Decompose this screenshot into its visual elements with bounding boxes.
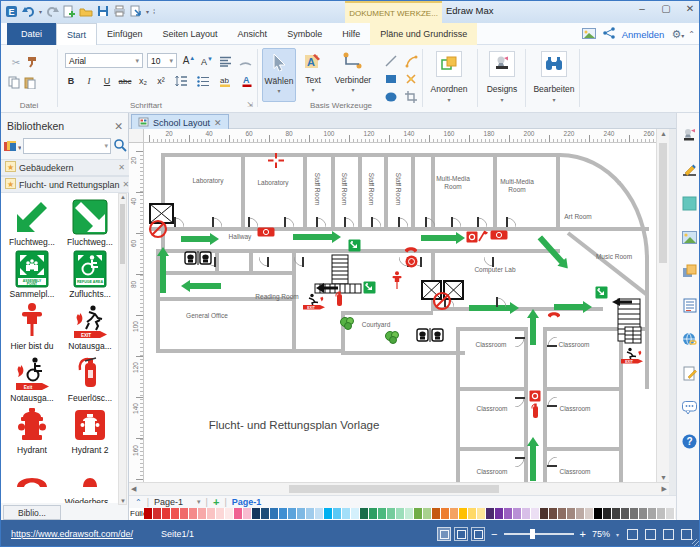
palette-swatch[interactable] xyxy=(558,508,566,519)
tab-pl-ne-und-grundrisse[interactable]: Pläne und Grundrisse xyxy=(370,23,477,45)
room-label[interactable]: Classroom xyxy=(559,468,590,476)
palette-swatch[interactable] xyxy=(495,508,503,519)
room-label[interactable]: Staff Room xyxy=(313,173,321,205)
emergency-exit-sign-icon[interactable] xyxy=(595,286,608,301)
emergency-exit-icon[interactable]: EXIT xyxy=(620,347,644,366)
fit-page-icon[interactable] xyxy=(625,527,639,541)
wall[interactable] xyxy=(358,153,362,229)
insert-picture-icon[interactable] xyxy=(582,28,596,41)
wall[interactable] xyxy=(456,447,528,451)
crop-icon[interactable] xyxy=(403,89,418,104)
wall[interactable] xyxy=(384,153,388,229)
schriftart-dialog-launcher[interactable]: ⇲ xyxy=(247,101,253,109)
palette-swatch[interactable] xyxy=(423,508,431,519)
room-label[interactable]: General Office xyxy=(186,312,228,320)
wall[interactable] xyxy=(292,349,345,353)
font-size-combo[interactable]: 10▾ xyxy=(147,53,177,68)
section-fluchtplan[interactable]: ★ Flucht- und Rettungsplan ✕ xyxy=(1,176,129,193)
collapse-pagebar-icon[interactable]: ⌃ xyxy=(135,498,142,507)
fill-swatch-icon[interactable] xyxy=(681,195,698,212)
room-label[interactable]: Music Room xyxy=(596,253,632,261)
palette-swatch[interactable] xyxy=(270,508,278,519)
escape-route-arrow[interactable] xyxy=(421,232,465,246)
wall[interactable] xyxy=(411,153,415,229)
palette-swatch[interactable] xyxy=(666,508,674,519)
palette-swatch[interactable] xyxy=(657,508,665,519)
library-symbol-sammelplatz[interactable]: ASSEMBLYPOINTSammelpl... xyxy=(3,249,61,299)
room-label[interactable]: Classroom xyxy=(558,341,589,349)
library-search-input[interactable]: ▾ xyxy=(23,138,111,154)
collapse-ribbon-icon[interactable]: ⌃ xyxy=(688,29,695,39)
library-symbol-wiederherstellung[interactable]: Wiederhers... xyxy=(61,457,119,503)
room-label[interactable]: Multi-Media Room xyxy=(494,178,540,194)
palette-swatch[interactable] xyxy=(414,508,422,519)
crosshair-icon[interactable] xyxy=(268,153,284,170)
room-label[interactable]: Multi-Media Room xyxy=(430,175,476,191)
room-label[interactable]: Classroom xyxy=(475,341,506,349)
wall[interactable] xyxy=(456,327,524,331)
page-tab[interactable]: Page-1 xyxy=(232,497,262,507)
palette-swatch[interactable] xyxy=(567,508,575,519)
palette-swatch[interactable] xyxy=(648,508,656,519)
tab-datei[interactable]: Datei xyxy=(7,23,56,45)
palette-swatch[interactable] xyxy=(459,508,467,519)
wall[interactable] xyxy=(303,153,307,229)
palette-swatch[interactable] xyxy=(369,508,377,519)
palette-swatch[interactable] xyxy=(261,508,269,519)
room-label[interactable]: Hallway xyxy=(229,233,252,241)
emergency-phone-icon[interactable] xyxy=(547,308,561,320)
palette-swatch[interactable] xyxy=(432,508,440,519)
horizontal-scrollbar[interactable]: ◀ ▶ xyxy=(129,482,669,495)
room-label[interactable]: Reading Room xyxy=(255,293,298,301)
palette-swatch[interactable] xyxy=(252,508,260,519)
view-fullpage-icon[interactable] xyxy=(471,527,485,541)
edrawsoft-link[interactable]: https://www.edrawsoft.com/de/ xyxy=(11,529,133,539)
palette-swatch[interactable] xyxy=(522,508,530,519)
no-elevator-icon[interactable] xyxy=(421,280,465,316)
zoom-level[interactable]: 75% xyxy=(592,529,610,539)
room-label[interactable]: Laboratory xyxy=(192,177,223,185)
format-superscript-button[interactable]: x² xyxy=(153,73,169,89)
palette-swatch[interactable] xyxy=(162,508,170,519)
hyperlink-globe-icon[interactable] xyxy=(681,331,698,348)
palette-swatch[interactable] xyxy=(477,508,485,519)
escape-route-arrow[interactable] xyxy=(181,233,219,247)
wall[interactable] xyxy=(249,253,253,273)
door-icon[interactable] xyxy=(477,217,487,229)
undo-icon[interactable] xyxy=(22,3,35,19)
font-name-combo[interactable]: Arial▾ xyxy=(65,53,143,68)
note-list-icon[interactable] xyxy=(681,297,698,314)
close-panel-icon[interactable]: ✕ xyxy=(114,120,123,132)
snapshot-icon[interactable] xyxy=(130,3,142,19)
wall[interactable] xyxy=(156,349,296,353)
palette-swatch[interactable] xyxy=(576,508,584,519)
fit-width-icon[interactable] xyxy=(643,527,657,541)
tab-ansicht[interactable]: Ansicht xyxy=(228,23,278,45)
tab-seiten-layout[interactable]: Seiten Layout xyxy=(153,23,228,45)
door-icon[interactable] xyxy=(284,217,294,229)
clipart-icon[interactable] xyxy=(681,263,698,280)
emergency-phone-icon[interactable] xyxy=(404,243,418,255)
text-align-icon[interactable] xyxy=(217,53,233,69)
palette-swatch[interactable] xyxy=(639,508,647,519)
designs-button[interactable]: Designs▾ xyxy=(478,51,526,103)
arrange-button[interactable]: Anordnen▾ xyxy=(425,51,473,103)
door-icon[interactable] xyxy=(547,337,559,347)
curved-wall[interactable] xyxy=(560,153,649,259)
sign-in-link[interactable]: Anmelden xyxy=(622,29,665,40)
library-symbol-hydrant-2[interactable]: Hydrant 2 xyxy=(61,405,119,455)
libraries-bottom-tab[interactable]: Biblio... xyxy=(3,505,61,520)
tab-symbole[interactable]: Symbole xyxy=(277,23,332,45)
toilet-icon[interactable] xyxy=(416,328,444,344)
door-icon[interactable] xyxy=(506,217,516,229)
door-icon[interactable] xyxy=(259,255,269,267)
palette-swatch[interactable] xyxy=(234,508,242,519)
door-icon[interactable] xyxy=(294,255,304,267)
dropdown-icon[interactable]: ▾ xyxy=(39,3,42,19)
palette-swatch[interactable] xyxy=(315,508,323,519)
escape-route-arrow[interactable] xyxy=(293,231,341,245)
palette-swatch[interactable] xyxy=(225,508,233,519)
emergency-exit-icon[interactable]: EXIT xyxy=(302,293,326,312)
door-icon[interactable] xyxy=(425,217,435,229)
print-icon[interactable] xyxy=(113,3,126,19)
